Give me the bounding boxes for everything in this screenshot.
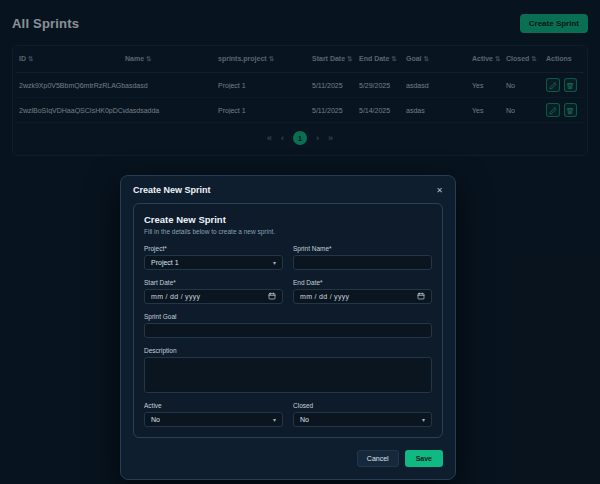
start-date-label: Start Date* [144, 279, 283, 286]
modal-title: Create New Sprint [133, 185, 211, 195]
description-textarea[interactable] [144, 357, 432, 393]
chevron-down-icon: ▾ [422, 416, 425, 423]
create-sprint-card: Create New Sprint Fill in the details be… [133, 203, 443, 438]
sprint-name-label: Sprint Name* [293, 245, 432, 252]
save-button[interactable]: Save [405, 450, 443, 467]
calendar-icon[interactable] [417, 292, 425, 301]
calendar-icon[interactable] [268, 292, 276, 301]
closed-select-value: No [300, 416, 309, 423]
end-date-input[interactable]: mm / dd / yyyy [293, 289, 432, 304]
field-active: Active No ▾ [144, 402, 283, 427]
field-description: Description [144, 347, 432, 393]
active-select-value: No [151, 416, 160, 423]
project-select-value: Project 1 [151, 259, 179, 266]
card-subheading: Fill in the details below to create a ne… [144, 228, 432, 235]
close-icon[interactable]: ✕ [436, 186, 443, 195]
sprint-name-input[interactable] [293, 255, 432, 270]
end-date-placeholder: mm / dd / yyyy [300, 293, 349, 300]
sprint-goal-input[interactable] [144, 323, 432, 338]
chevron-down-icon: ▾ [273, 416, 276, 423]
field-sprint-goal: Sprint Goal [144, 313, 432, 338]
field-closed: Closed No ▾ [293, 402, 432, 427]
modal-header: Create New Sprint ✕ [121, 176, 455, 203]
start-date-input[interactable]: mm / dd / yyyy [144, 289, 283, 304]
description-label: Description [144, 347, 432, 354]
create-sprint-modal: Create New Sprint ✕ Create New Sprint Fi… [120, 175, 456, 480]
field-start-date: Start Date* mm / dd / yyyy [144, 279, 283, 304]
field-sprint-name: Sprint Name* [293, 245, 432, 270]
project-label: Project* [144, 245, 283, 252]
closed-label: Closed [293, 402, 432, 409]
sprint-goal-label: Sprint Goal [144, 313, 432, 320]
chevron-down-icon: ▾ [273, 259, 276, 266]
active-label: Active [144, 402, 283, 409]
closed-select[interactable]: No ▾ [293, 412, 432, 427]
project-select[interactable]: Project 1 ▾ [144, 255, 283, 270]
field-end-date: End Date* mm / dd / yyyy [293, 279, 432, 304]
end-date-label: End Date* [293, 279, 432, 286]
active-select[interactable]: No ▾ [144, 412, 283, 427]
card-heading: Create New Sprint [144, 214, 432, 225]
field-project: Project* Project 1 ▾ [144, 245, 283, 270]
start-date-placeholder: mm / dd / yyyy [151, 293, 200, 300]
cancel-button[interactable]: Cancel [357, 450, 399, 467]
create-sprint-form: Project* Project 1 ▾ Sprint Name* Start … [144, 245, 432, 427]
modal-footer: Cancel Save [121, 448, 455, 479]
